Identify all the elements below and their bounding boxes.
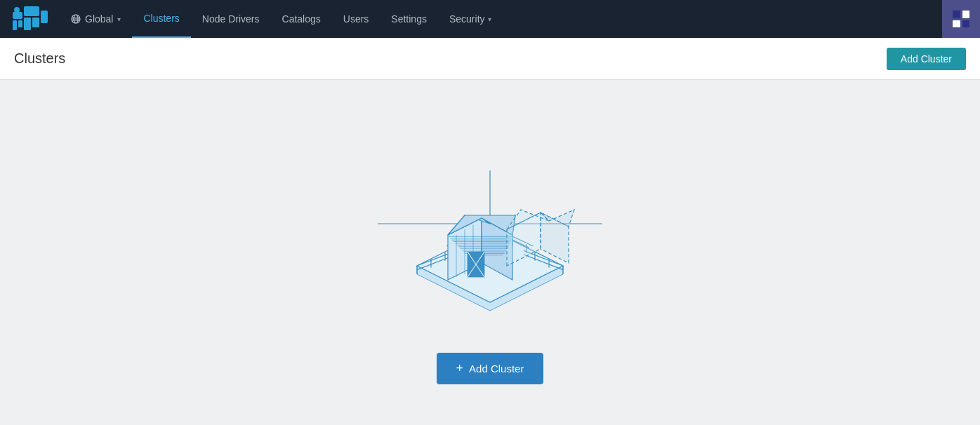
add-cluster-center-label: Add Cluster [469, 363, 524, 375]
users-nav-label: Users [343, 13, 369, 25]
nav-menu: Global ▾ Clusters Node Drivers Catalogs … [60, 0, 942, 38]
globe-icon [71, 14, 81, 24]
security-chevron-icon: ▾ [488, 15, 491, 23]
svg-rect-4 [24, 18, 31, 30]
svg-point-7 [14, 7, 20, 13]
empty-state-illustration [350, 121, 630, 332]
clusters-nav-label: Clusters [143, 13, 179, 24]
nav-item-clusters[interactable]: Clusters [132, 0, 190, 38]
grid-cell-4 [962, 20, 970, 28]
page-header: Clusters Add Cluster [0, 38, 980, 80]
nav-item-global[interactable]: Global ▾ [60, 0, 132, 38]
svg-rect-5 [32, 18, 39, 27]
add-cluster-header-button[interactable]: Add Cluster [887, 48, 966, 70]
svg-rect-2 [18, 20, 22, 27]
app-switcher-button[interactable] [942, 0, 980, 38]
security-nav-label: Security [449, 13, 485, 25]
navbar-right [942, 0, 980, 38]
svg-rect-0 [13, 12, 22, 19]
add-cluster-center-button[interactable]: + Add Cluster [437, 353, 544, 384]
grid-cell-3 [953, 20, 960, 28]
nav-item-catalogs[interactable]: Catalogs [271, 0, 332, 38]
nav-item-node-drivers[interactable]: Node Drivers [191, 0, 271, 38]
nav-item-users[interactable]: Users [332, 0, 380, 38]
nav-item-security[interactable]: Security ▾ [438, 0, 503, 38]
catalogs-nav-label: Catalogs [282, 13, 321, 25]
svg-point-8 [24, 6, 28, 11]
rancher-logo-icon [13, 6, 48, 32]
node-drivers-nav-label: Node Drivers [202, 13, 260, 25]
navbar: Global ▾ Clusters Node Drivers Catalogs … [0, 0, 980, 38]
empty-state: + Add Cluster [0, 93, 980, 412]
global-chevron-icon: ▾ [117, 15, 121, 23]
nav-item-settings[interactable]: Settings [380, 0, 438, 38]
main-content: + Add Cluster [0, 80, 980, 425]
global-label: Global [85, 13, 113, 25]
grid-cell-2 [962, 11, 970, 18]
plus-icon: + [456, 361, 464, 376]
grid-cell-1 [953, 11, 960, 18]
brand-logo[interactable] [0, 0, 60, 38]
svg-rect-1 [13, 20, 17, 30]
svg-rect-6 [41, 11, 48, 23]
app-switcher-grid [953, 11, 969, 27]
page-title: Clusters [14, 50, 65, 67]
settings-nav-label: Settings [391, 13, 427, 25]
